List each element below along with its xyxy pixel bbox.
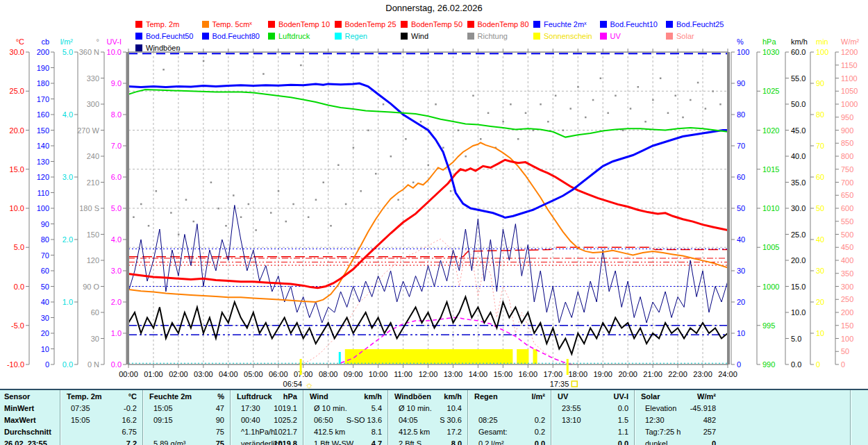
series-richtung-dot [156, 190, 158, 192]
series-richtung-dot [569, 108, 571, 110]
series-richtung-dot [233, 194, 235, 196]
axis-label-deg: 90 O [83, 283, 99, 291]
series-richtung-dot [472, 95, 474, 97]
axis-label-wm2: 1100 [841, 74, 858, 83]
x-axis-label: 19:00 [593, 370, 612, 378]
x-axis-label: 09:00 [344, 370, 363, 378]
axis-label-hpa: 1000 [762, 283, 779, 291]
axis-label-hpa: 1030 [762, 48, 779, 56]
stats-cell-value: 90 [144, 416, 224, 424]
x-axis-label: 13:00 [444, 370, 463, 378]
axis-label-wm2: 50 [841, 347, 849, 355]
series-richtung-dot [660, 78, 662, 80]
x-axis-label: 22:00 [668, 370, 687, 378]
stats-cell-value: 4.7 [304, 439, 382, 445]
axis-label-wm2: 300 [841, 283, 853, 291]
stats-cell-value: 5.4 [304, 404, 382, 412]
series-richtung-dot [420, 121, 422, 123]
axis-label-wm2: 800 [841, 152, 853, 160]
sun-icon: ☼ [305, 379, 314, 389]
stats-cell-value: 6.75 [61, 428, 137, 436]
x-axis-label: 24:00 [718, 370, 737, 378]
stats-divider [60, 390, 61, 445]
axis-label-min: 0 [816, 360, 820, 369]
stats-col-unit: UV-I [552, 392, 628, 401]
x-axis-label: 21:00 [643, 370, 662, 378]
series-richtung-dot [487, 112, 490, 115]
stats-col-unit: W/m² [635, 392, 716, 401]
axis-label-lm2: 4.0 [62, 110, 73, 119]
axis-label-wm2: 1150 [841, 61, 858, 69]
series-richtung-dot [210, 182, 212, 184]
series-richtung-dot [170, 212, 172, 214]
axis-label-hpa: 1015 [762, 165, 779, 174]
x-axis-label: 07:00 [294, 370, 313, 378]
series-richtung-dot [607, 112, 609, 115]
axis-label-pct: 50 [737, 204, 745, 212]
axis-label-pct: 70 [737, 142, 745, 150]
series-richtung-dot [510, 103, 512, 106]
axis-label-min: 10 [816, 329, 824, 337]
axis-label-uvi: 1.0 [111, 329, 122, 337]
stats-col-unit: hPa [231, 392, 297, 401]
axis-label-degC: 15.0 [10, 165, 24, 174]
stats-cell-value: 1021.7 [231, 428, 297, 436]
axis-label-min: 30 [816, 267, 824, 275]
series-group [128, 53, 729, 364]
series-richtung-dot [255, 229, 257, 231]
axis-label-hpa: 995 [762, 321, 775, 330]
axis-label-degC: 25.0 [10, 87, 24, 95]
stats-cell-value: 47 [144, 404, 224, 412]
stats-col-unit: % [144, 392, 224, 401]
axis-label-deg: 240 [87, 152, 99, 160]
series-richtung-dot [600, 78, 602, 80]
axis-label-pct: 90 [737, 79, 745, 87]
axis-label-degC: 20.0 [10, 126, 24, 135]
x-axis-label: 17:00 [544, 370, 563, 378]
axis-label-lm2: 0.0 [62, 360, 73, 369]
axis-label-cb: 130 [37, 158, 49, 166]
series-richtung-dot [592, 99, 594, 101]
series-richtung-dot [383, 103, 385, 106]
stats-col-unit: °C [61, 392, 137, 401]
axis-label-lm2: 5.0 [62, 48, 73, 56]
series-richtung-dot [525, 112, 527, 115]
axis-label-degC: 0.0 [14, 283, 24, 291]
series-richtung-dot [405, 138, 407, 140]
axis-label-kmh: 30.0 [791, 204, 806, 212]
axis-header-degC: °C [16, 37, 24, 46]
series-richtung-dot [140, 203, 142, 205]
axis-label-kmh: 25.0 [791, 230, 806, 239]
axis-label-min: 50 [816, 204, 824, 212]
stats-cell-value: 8.1 [304, 428, 382, 436]
axis-label-wm2: 1000 [841, 100, 858, 108]
axis-label-cb: 170 [37, 95, 49, 103]
series-richtung-dot [308, 217, 310, 219]
series-richtung-dot [367, 130, 369, 132]
series-richtung-dot [178, 234, 180, 236]
stats-divider [387, 390, 389, 445]
axis-label-uvi: 6.0 [111, 173, 122, 181]
x-axis-label: 10:00 [369, 370, 388, 378]
axis-label-cb: 140 [37, 142, 49, 150]
axis-label-kmh: 55.0 [791, 74, 806, 83]
stats-cell-value: 17.2 [389, 428, 462, 436]
series-windboeen [128, 205, 728, 324]
series-richtung-dot [148, 225, 150, 227]
axis-label-kmh: 20.0 [791, 256, 806, 265]
x-axis-label: 14:00 [469, 370, 488, 378]
axis-label-min: 100 [816, 48, 828, 56]
axis-header-lm2: l/m² [60, 37, 74, 46]
axis-label-uvi: 8.0 [111, 110, 122, 119]
axis-label-wm2: 750 [841, 165, 853, 174]
stats-cell-value: 1.1 [552, 428, 628, 436]
axis-label-kmh: 50.0 [791, 100, 806, 108]
axis-label-wm2: 700 [841, 178, 853, 187]
axis-label-uvi: 7.0 [111, 142, 122, 150]
stats-divider [303, 390, 304, 445]
axis-header-hpa: hPa [762, 37, 776, 46]
axis-label-min: 90 [816, 79, 824, 87]
axis-label-min: 60 [816, 173, 824, 181]
weather-chart-canvas: 00:0001:0002:0003:0004:0005:0006:0007:00… [0, 0, 868, 389]
series-richtung-dot [585, 117, 587, 119]
